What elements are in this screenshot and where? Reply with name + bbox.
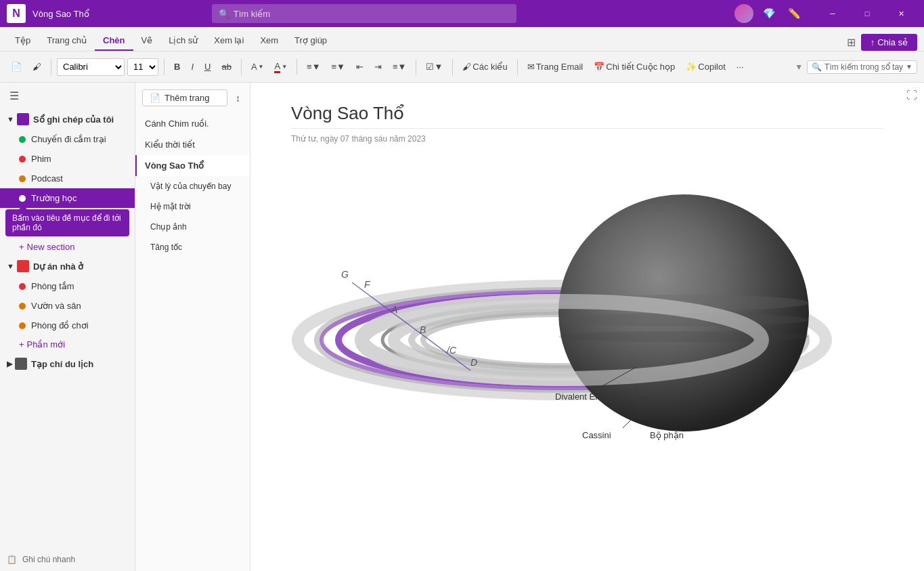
avatar[interactable]	[734, 4, 753, 23]
tab-lichsu[interactable]: Lịch sử	[160, 31, 206, 51]
search-input[interactable]	[234, 9, 510, 19]
format-painter-button[interactable]: 🖌	[28, 59, 45, 75]
tab-tep[interactable]: Tệp	[7, 31, 39, 51]
section-item-podcast[interactable]: Podcast	[0, 169, 135, 188]
strikethrough-button[interactable]: ab	[217, 59, 235, 75]
minimize-button[interactable]: ─	[817, 0, 848, 27]
ring-label-d: D	[470, 357, 477, 368]
annotation-cassini-label: Cassini	[582, 430, 611, 440]
checkbox-button[interactable]: ☑▼	[422, 59, 447, 75]
separator-3	[241, 59, 242, 75]
font-color-button[interactable]: A▼	[270, 58, 291, 76]
email-page-button[interactable]: ✉ Trang Email	[523, 59, 588, 75]
annotation-bo-phan: Bộ phận	[650, 430, 684, 440]
email-icon: ✉	[527, 62, 535, 72]
page-item-3[interactable]: Vật lý của chuyến bay	[135, 176, 250, 196]
notes-sticky[interactable]: 📋 Ghi chú nhanh	[0, 548, 135, 571]
add-icon-2: +	[19, 339, 24, 350]
tab-trogiup[interactable]: Trợ giúp	[286, 31, 335, 51]
notebook-group-1: ▼ Sổ ghi chép của tôi Chuyến đi cắm trại…	[0, 109, 135, 256]
section-item-playroom[interactable]: Phòng đồ chơi	[0, 316, 135, 335]
section-item-films[interactable]: Phim	[0, 149, 135, 169]
section-dot-camping	[19, 136, 26, 143]
page-item-2[interactable]: Vòng Sao Thổ	[135, 155, 250, 176]
meeting-details-button[interactable]: 📅 Chi tiết Cuộc họp	[590, 59, 679, 75]
ring-label-f: F	[364, 279, 371, 290]
bold-button[interactable]: B	[170, 59, 184, 75]
diamond-icon[interactable]: 💎	[760, 5, 778, 22]
content-area: ⛶ Vòng Sao Thổ Thứ tư, ngày 07 tháng sáu…	[250, 83, 924, 571]
annotation-divalent-enki: Divalent Enki	[555, 392, 607, 402]
section-item-garden[interactable]: Vườn và sân	[0, 296, 135, 316]
toolbar: 📄 🖌 Calibri 11 B I U ab A▼ A▼ ≡▼ ≡▼ ⇤ ⇥ …	[0, 51, 924, 83]
paint-icon: 🖌	[462, 62, 471, 72]
styles-button[interactable]: 🖌 Các kiểu	[458, 59, 511, 75]
section-item-camping[interactable]: Chuyến đi cắm trại	[0, 129, 135, 149]
ribbon-right: ⊞ ↑ Chia sẻ	[847, 34, 917, 51]
add-icon: +	[19, 242, 24, 252]
add-page-button[interactable]: 📄 Thêm trang	[142, 89, 227, 106]
content-toolbar: ⛶	[906, 89, 917, 102]
search-notebook-icon: 🔍	[812, 62, 822, 72]
search-notebook-chevron: ▼	[906, 63, 912, 70]
share-button[interactable]: ↑ Chia sẻ	[861, 34, 917, 51]
close-button[interactable]: ✕	[886, 0, 917, 27]
calendar-icon: 📅	[594, 62, 604, 72]
notebook-group-3: ▶ Tạp chí du lịch	[0, 354, 135, 374]
notebook-header-1[interactable]: ▼ Sổ ghi chép của tôi	[0, 109, 135, 129]
hamburger-button[interactable]: ☰	[0, 83, 135, 109]
underline-button[interactable]: U	[200, 59, 215, 75]
copilot-button[interactable]: ✨ Copilot	[682, 59, 729, 75]
search-icon: 🔍	[219, 9, 229, 19]
separator-7	[517, 59, 518, 75]
add-section-button-2[interactable]: + Phần mới	[0, 335, 135, 354]
font-family-select[interactable]: Calibri	[57, 58, 125, 76]
tab-chen[interactable]: Chèn	[95, 31, 133, 51]
sort-button[interactable]: ↕	[233, 90, 243, 106]
separator-5	[416, 59, 416, 75]
numbered-list-button[interactable]: ≡▼	[328, 59, 349, 75]
restore-button[interactable]: □	[852, 0, 883, 27]
italic-button[interactable]: I	[187, 59, 198, 75]
saturn-svg: G F A B /C D Divalent Enki Cassini Bộ ph…	[291, 157, 846, 496]
font-size-select[interactable]: 11	[127, 58, 158, 76]
page-item-1[interactable]: Kiểu thời tiết	[135, 134, 250, 155]
pen-icon[interactable]: ✏️	[785, 5, 804, 22]
section-dot-playroom	[19, 322, 26, 329]
ribbon-tabs: Tệp Trang chủ Chèn Vẽ Lịch sử Xem lại Xe…	[0, 27, 924, 51]
separator-1	[51, 59, 51, 75]
window-controls: ─ □ ✕	[817, 0, 917, 27]
search-bar[interactable]: 🔍	[212, 4, 516, 23]
page-item-4[interactable]: Hệ mặt trời	[135, 196, 250, 217]
indent-increase-button[interactable]: ⇥	[370, 59, 386, 75]
notebook-header-3[interactable]: ▶ Tạp chí du lịch	[0, 354, 135, 374]
page-item-6[interactable]: Tăng tốc	[135, 237, 250, 257]
app-title: Vòng Sao Thổ	[32, 9, 89, 19]
bullet-list-button[interactable]: ≡▼	[303, 59, 324, 75]
collapse-icon[interactable]: ⊞	[847, 36, 856, 49]
tab-tranchu[interactable]: Trang chủ	[39, 31, 95, 51]
page-item-5[interactable]: Chụp ảnh	[135, 217, 250, 237]
notebook-icon-1	[17, 113, 29, 125]
more-button[interactable]: ···	[732, 59, 748, 75]
section-dot-films	[19, 156, 26, 163]
tab-xem[interactable]: Xem	[252, 31, 286, 51]
main-layout: ☰ ▼ Sổ ghi chép của tôi Chuyến đi cắm tr…	[0, 83, 924, 571]
saturn-diagram: G F A B /C D Divalent Enki Cassini Bộ ph…	[291, 157, 866, 509]
new-page-button[interactable]: 📄	[7, 59, 26, 75]
sticky-note-icon: 📋	[7, 555, 17, 564]
indent-decrease-button[interactable]: ⇤	[352, 59, 368, 75]
search-notebook-container[interactable]: 🔍 Tìm kiếm trong sổ tay ▼	[807, 60, 917, 74]
section-item-bathroom[interactable]: Phòng tắm	[0, 276, 135, 296]
add-section-button-1[interactable]: + New section	[0, 238, 135, 256]
notebook-header-2[interactable]: ▼ Dự án nhà ở	[0, 256, 135, 276]
separator-6	[452, 59, 453, 75]
notebook-icon-3	[15, 358, 27, 370]
expand-icon[interactable]: ⛶	[906, 89, 917, 102]
expand-ribbon-icon[interactable]: ▼	[795, 62, 803, 72]
tab-xemlai[interactable]: Xem lại	[206, 31, 252, 51]
tab-ve[interactable]: Vẽ	[133, 31, 161, 51]
highlight-button[interactable]: A▼	[247, 59, 268, 75]
page-item-0[interactable]: Cánh Chim ruồi.	[135, 113, 250, 134]
align-button[interactable]: ≡▼	[389, 59, 410, 75]
